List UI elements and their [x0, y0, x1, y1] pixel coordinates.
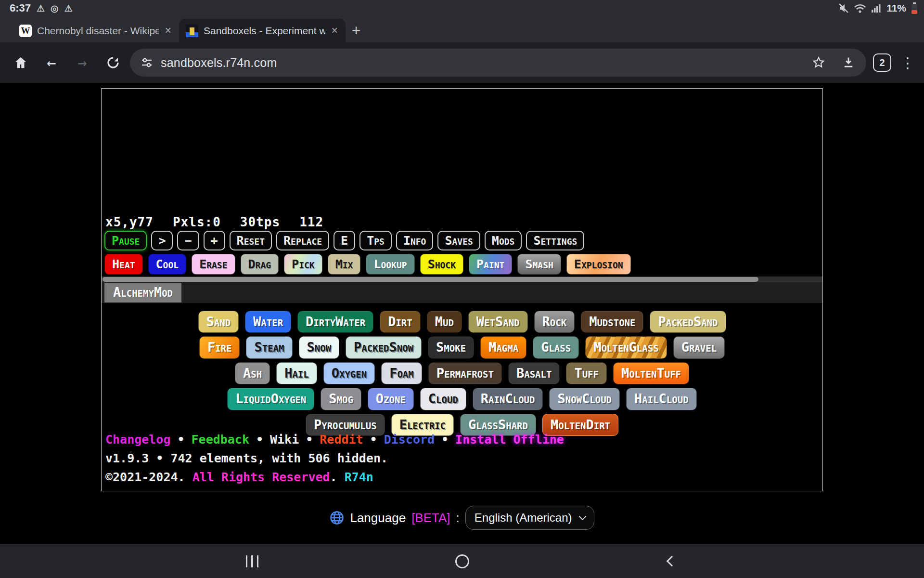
tool-button[interactable]: Pick — [284, 254, 322, 275]
control-button[interactable]: > — [151, 231, 173, 250]
tool-button[interactable]: Shock — [420, 254, 463, 275]
element-button[interactable]: PackedSand — [650, 311, 726, 333]
footer-link[interactable]: • — [177, 433, 184, 447]
control-button[interactable]: Tps — [359, 231, 392, 250]
tool-button[interactable]: Erase — [192, 254, 235, 275]
element-button[interactable]: PackedSnow — [346, 336, 422, 358]
element-button[interactable]: LiquidOxygen — [227, 388, 314, 410]
wifi-icon — [854, 2, 866, 14]
element-button[interactable]: Mudstone — [581, 311, 643, 333]
android-status-bar: 6:37 ⚠ ◎ ⚠ 11% — [0, 0, 924, 16]
download-button[interactable] — [837, 52, 860, 74]
footer-link[interactable]: Discord — [384, 433, 435, 447]
element-button[interactable]: Cloud — [420, 388, 466, 410]
element-button[interactable]: Hail — [276, 362, 317, 384]
new-tab-button[interactable]: + — [346, 19, 367, 42]
element-row: Ash Hail Oxygen Foam Permafrost Basalt T… — [235, 362, 689, 384]
page-background: x5,y77 Pxls:0 30tps 112 Pause > − + Rese… — [0, 83, 924, 544]
element-button[interactable]: Smog — [321, 388, 361, 410]
tab-sandboxels[interactable]: Sandboxels - Experiment wi × — [179, 19, 346, 42]
category-tab-alchemymod[interactable]: AlchemyMod — [104, 283, 181, 302]
footer-link[interactable]: Feedback — [192, 433, 249, 447]
element-button[interactable]: Snow — [299, 336, 340, 358]
close-icon[interactable]: × — [331, 24, 339, 37]
tool-button[interactable]: Explosion — [566, 254, 631, 275]
footer-link[interactable]: Changelog — [105, 433, 170, 447]
footer-link[interactable]: Reddit — [320, 433, 363, 447]
tool-button[interactable]: Smash — [517, 254, 561, 275]
footer-link[interactable]: Install Offline — [455, 433, 564, 447]
tab-chernobyl-wikipedia[interactable]: W Chernobyl disaster - Wikipe × — [13, 19, 179, 42]
element-button[interactable]: HailCloud — [626, 388, 697, 410]
element-button[interactable]: Gravel — [673, 336, 725, 358]
back-button[interactable]: ← — [38, 49, 65, 77]
element-button[interactable]: WetSand — [468, 311, 528, 333]
element-button[interactable]: Glass — [533, 336, 579, 358]
element-button[interactable]: RainCloud — [473, 388, 543, 410]
element-button[interactable]: Permafrost — [428, 362, 502, 384]
control-button[interactable]: Replace — [276, 231, 329, 250]
footer-link[interactable]: • — [256, 433, 263, 447]
element-button[interactable]: Mud — [427, 311, 462, 333]
element-button[interactable]: Tuff — [566, 362, 607, 384]
control-button[interactable]: Mods — [485, 231, 522, 250]
control-button[interactable]: E — [334, 231, 355, 250]
site-settings-icon[interactable] — [141, 56, 153, 69]
element-button[interactable]: Magma — [480, 336, 526, 358]
bookmark-button[interactable] — [808, 52, 830, 74]
control-button[interactable]: + — [204, 231, 225, 250]
tool-button[interactable]: Cool — [148, 254, 187, 275]
element-button[interactable]: Water — [245, 311, 291, 333]
element-button[interactable]: Steam — [246, 336, 292, 358]
control-button[interactable]: − — [177, 231, 199, 250]
footer-link[interactable]: • — [306, 433, 313, 447]
url-text[interactable]: sandboxels.r74n.com — [161, 56, 800, 70]
footer-link[interactable]: • — [441, 433, 449, 447]
element-button[interactable]: Sand — [198, 311, 239, 333]
tab-switcher-button[interactable]: 2 — [873, 53, 891, 72]
element-button[interactable]: Oxygen — [323, 362, 375, 384]
tool-button[interactable]: Mix — [328, 254, 361, 275]
warning-icon: ⚠ — [37, 4, 45, 13]
status-clock: 6:37 — [10, 2, 31, 14]
url-bar[interactable]: sandboxels.r74n.com — [130, 49, 866, 77]
copyright-segment: All Rights Reserved — [192, 470, 330, 484]
game-canvas[interactable] — [102, 89, 822, 213]
control-button[interactable]: Settings — [526, 231, 584, 250]
element-button[interactable]: Dirt — [380, 311, 421, 333]
control-button[interactable]: Info — [396, 231, 434, 250]
back-nav-button[interactable] — [661, 551, 682, 572]
control-button[interactable]: Pause — [104, 231, 147, 250]
home-button[interactable] — [7, 49, 35, 77]
element-button[interactable]: Smoke — [428, 336, 474, 358]
recent-apps-button[interactable] — [242, 551, 263, 572]
footer-link[interactable]: Wiki — [270, 433, 299, 447]
tool-scrollbar-thumb[interactable] — [103, 277, 758, 282]
element-button[interactable]: Ozone — [368, 388, 414, 410]
browser-menu-button[interactable]: ⋮ — [898, 54, 917, 71]
reload-button[interactable] — [99, 49, 127, 77]
language-select[interactable]: English (American) — [465, 506, 594, 530]
element-button[interactable]: Fire — [199, 336, 240, 358]
element-button[interactable]: MoltenGlass — [585, 336, 667, 358]
close-icon[interactable]: × — [164, 24, 172, 37]
element-button[interactable]: MoltenTuff — [613, 362, 689, 384]
control-button[interactable]: Saves — [437, 231, 480, 250]
control-button[interactable]: Reset — [230, 231, 272, 250]
element-button[interactable]: SnowCloud — [549, 388, 620, 410]
element-button[interactable]: Foam — [381, 362, 422, 384]
element-button[interactable]: Rock — [534, 311, 575, 333]
tool-button[interactable]: Heat — [104, 254, 143, 275]
tool-button[interactable]: Lookup — [366, 254, 414, 275]
element-button[interactable]: Ash — [235, 362, 270, 384]
tool-button[interactable]: Drag — [241, 254, 279, 275]
tool-button[interactable]: Paint — [469, 254, 512, 275]
home-circle-icon — [455, 554, 469, 568]
home-nav-button[interactable] — [451, 551, 473, 572]
element-button[interactable]: DirtyWater — [297, 311, 373, 333]
forward-button[interactable]: → — [68, 49, 96, 77]
pixel-count: Pxls:0 — [173, 215, 221, 229]
footer-link[interactable]: • — [370, 433, 377, 447]
element-button[interactable]: Basalt — [508, 362, 560, 384]
tool-scrollbar-track[interactable] — [102, 276, 822, 282]
